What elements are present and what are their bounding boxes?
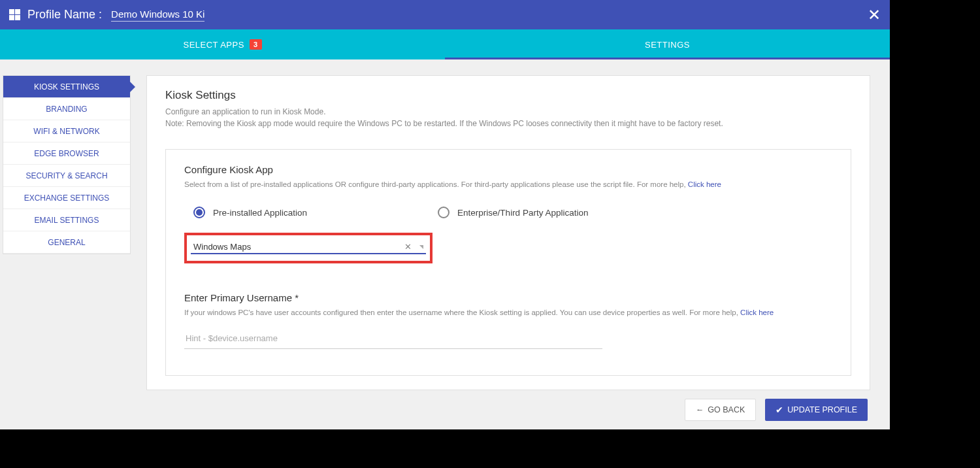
profile-name-input[interactable]: Demo Windows 10 Ki	[111, 8, 204, 22]
sidebar-item-kiosk-settings[interactable]: KIOSK SETTINGS	[3, 76, 130, 98]
dropdown-icon	[419, 245, 423, 249]
page-title: Kiosk Settings	[165, 89, 851, 102]
check-icon: ✔	[776, 405, 783, 415]
page-note: Note: Removing the Kiosk app mode would …	[165, 118, 851, 129]
select-value: Windows Maps	[193, 242, 404, 252]
tab-label: SELECT APPS	[183, 40, 244, 50]
arrow-left-icon: ←	[696, 405, 704, 414]
content-panel: Kiosk Settings Configure an application …	[146, 75, 870, 390]
close-icon[interactable]: ✕	[868, 7, 881, 23]
update-profile-button[interactable]: ✔ UPDATE PROFILE	[765, 399, 868, 421]
help-link[interactable]: Click here	[740, 309, 774, 316]
sidebar-item-edge-browser[interactable]: EDGE BROWSER	[3, 142, 130, 165]
tab-settings[interactable]: SETTINGS	[445, 29, 890, 59]
username-input[interactable]	[184, 328, 602, 349]
panel-desc: Select from a list of pre-installed appl…	[184, 180, 832, 188]
tab-label: SETTINGS	[645, 40, 690, 50]
radio-icon	[438, 207, 449, 218]
panel-title: Configure Kiosk App	[184, 164, 832, 175]
sidebar-item-email-settings[interactable]: EMAIL SETTINGS	[3, 209, 130, 231]
username-title: Enter Primary Username *	[184, 292, 832, 303]
username-desc: If your windows PC's have user accounts …	[184, 309, 832, 316]
configure-panel: Configure Kiosk App Select from a list o…	[165, 149, 851, 376]
page-subtitle: Configure an application to run in Kiosk…	[165, 106, 851, 118]
sidebar: KIOSK SETTINGSBRANDINGWIFI & NETWORKEDGE…	[3, 75, 131, 254]
go-back-button[interactable]: ← GO BACK	[685, 399, 756, 421]
radio-enterprise[interactable]: Enterprise/Third Party Application	[438, 207, 588, 218]
sidebar-item-security-search[interactable]: SECURITY & SEARCH	[3, 165, 130, 187]
sidebar-item-general[interactable]: GENERAL	[3, 231, 130, 254]
profile-label: Profile Name :	[27, 8, 102, 22]
radio-icon	[193, 207, 205, 218]
header-bar: Profile Name : Demo Windows 10 Ki ✕	[0, 0, 890, 29]
sidebar-item-wifi-network[interactable]: WIFI & NETWORK	[3, 120, 130, 142]
sidebar-item-exchange-settings[interactable]: EXCHANGE SETTINGS	[3, 187, 130, 209]
clear-icon[interactable]: ✕	[404, 242, 412, 252]
app-select[interactable]: Windows Maps ✕	[191, 242, 426, 254]
help-link[interactable]: Click here	[688, 180, 721, 188]
app-select-highlight: Windows Maps ✕	[184, 233, 433, 263]
radio-preinstalled[interactable]: Pre-installed Application	[193, 207, 307, 218]
apps-count-badge: 3	[250, 39, 262, 50]
tab-select-apps[interactable]: SELECT APPS 3	[0, 29, 445, 59]
windows-icon	[9, 9, 21, 21]
tab-bar: SELECT APPS 3 SETTINGS	[0, 29, 890, 59]
sidebar-item-branding[interactable]: BRANDING	[3, 98, 130, 120]
footer-bar: ← GO BACK ✔ UPDATE PROFILE	[0, 390, 890, 429]
